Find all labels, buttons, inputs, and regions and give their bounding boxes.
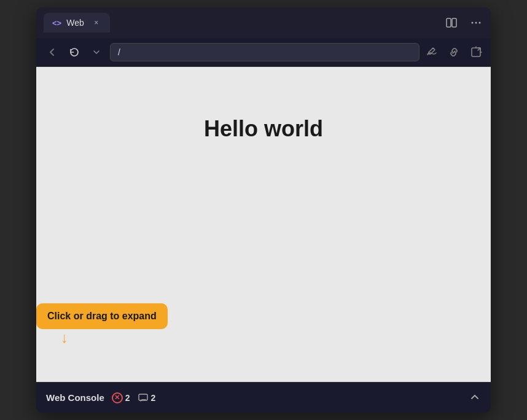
svg-point-3 — [475, 22, 477, 24]
svg-point-2 — [472, 22, 474, 24]
tooltip-arrow-icon: ↓ — [61, 330, 68, 345]
browser-window: <> Web × — [36, 7, 491, 413]
tooltip-bubble[interactable]: Click or drag to expand — [36, 303, 168, 329]
nav-bar: / — [36, 38, 491, 67]
console-label: Web Console — [46, 392, 104, 403]
console-expand-button[interactable] — [469, 391, 481, 405]
nav-right-icons — [424, 45, 483, 60]
page-content: Hello world Click or drag to expand ↓ — [36, 67, 491, 382]
dropdown-button[interactable] — [88, 44, 105, 61]
message-badge: 2 — [138, 392, 156, 403]
tab-bar: <> Web × — [36, 7, 491, 38]
paint-icon[interactable] — [424, 45, 439, 60]
tab-label: Web — [66, 18, 84, 28]
open-external-icon[interactable] — [469, 45, 483, 60]
console-bar-left: Web Console ✕ 2 2 — [46, 392, 155, 403]
link-icon[interactable] — [447, 45, 461, 60]
error-count: 2 — [125, 393, 130, 403]
message-icon — [138, 392, 149, 403]
message-count: 2 — [151, 393, 156, 403]
tab-close-button[interactable]: × — [92, 18, 101, 28]
error-badge: ✕ 2 — [112, 392, 130, 403]
tooltip-text: Click or drag to expand — [47, 311, 157, 321]
more-options-icon[interactable] — [469, 15, 483, 30]
tooltip-container: Click or drag to expand ↓ — [36, 303, 168, 345]
split-view-icon[interactable] — [444, 15, 459, 30]
svg-point-4 — [479, 22, 481, 24]
tab-bar-right — [444, 15, 483, 30]
reload-button[interactable] — [66, 44, 83, 61]
address-text: / — [118, 47, 120, 57]
svg-rect-0 — [447, 18, 451, 27]
browser-tab[interactable]: <> Web × — [44, 13, 110, 33]
address-bar[interactable]: / — [110, 43, 420, 61]
console-bar[interactable]: Web Console ✕ 2 2 — [36, 382, 491, 413]
back-button[interactable] — [44, 44, 61, 61]
svg-rect-1 — [452, 18, 456, 27]
tab-bar-left: <> Web × — [44, 13, 110, 33]
page-heading: Hello world — [204, 116, 323, 142]
tab-code-icon: <> — [52, 18, 61, 28]
error-icon: ✕ — [112, 392, 123, 403]
